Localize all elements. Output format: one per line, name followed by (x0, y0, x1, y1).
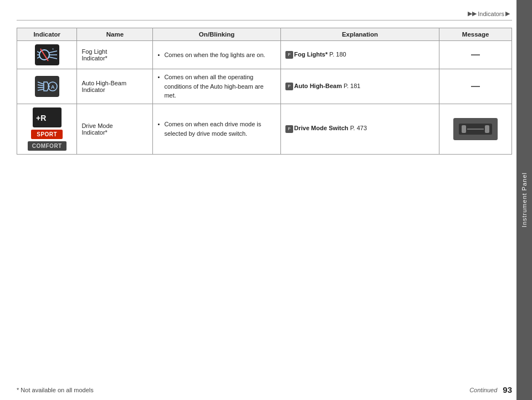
fog-light-icon-container: * (22, 44, 72, 65)
table-row: +R SPORT COMFORT Drive Mode (17, 104, 512, 154)
indicators-table: Indicator Name On/Blinking Explanation M… (17, 28, 512, 155)
switch-knob-left (462, 125, 466, 133)
fog-light-name-cell: Fog LightIndicator* (77, 41, 153, 69)
drive-mode-name-cell: Drive ModeIndicator* (77, 104, 153, 154)
col-header-onblinking: On/Blinking (153, 28, 280, 41)
drive-mode-explanation-cell: PDrive Mode Switch P. 473 (280, 104, 439, 154)
drive-mode-message-cell (439, 104, 512, 154)
col-header-name: Name (77, 28, 153, 41)
main-content: Indicator Name On/Blinking Explanation M… (17, 28, 512, 378)
drive-mode-comfort-button: COMFORT (28, 141, 66, 151)
drive-mode-expl-page: P. 473 (349, 125, 367, 131)
autohb-expl-text: Auto High-Beam (294, 83, 342, 89)
fog-light-explanation-cell: PFog Lights* P. 180 (280, 41, 439, 69)
autohb-icon-container: A (22, 76, 72, 97)
fog-light-expl-text: Fog Lights* (294, 51, 328, 58)
drive-mode-expl-text: Drive Mode Switch (294, 125, 349, 131)
autohb-name-cell: Auto High-BeamIndicator (77, 69, 153, 104)
page-number: 93 (503, 385, 512, 394)
breadcrumb-arrow2: ▶ (505, 10, 510, 17)
autohb-expl-page: P. 181 (342, 83, 360, 89)
svg-line-6 (49, 57, 57, 59)
drive-mode-switch-image (459, 124, 492, 135)
autohb-onblinking-list: Comes on when all the operating conditio… (157, 73, 275, 100)
fog-light-onblinking-item: Comes on when the fog lights are on. (157, 50, 275, 60)
plusr-svg: +R (35, 110, 59, 125)
autohb-svg: A (36, 78, 58, 95)
svg-text:*: * (52, 47, 54, 52)
footer: * Not available on all models Continued … (17, 385, 512, 394)
sidebar-label: Instrument Panel (521, 172, 528, 227)
svg-line-9 (38, 82, 44, 84)
fog-light-icon: * (35, 44, 59, 65)
col-header-message: Message (439, 28, 512, 41)
drive-mode-expl-icon: P (285, 125, 293, 133)
autohb-expl-icon: P (285, 83, 293, 90)
autohb-onblinking-item: Comes on when all the operating conditio… (157, 73, 275, 100)
switch-body (467, 129, 484, 130)
sidebar-panel: Instrument Panel (516, 0, 532, 400)
autohb-onblinking-cell: Comes on when all the operating conditio… (153, 69, 280, 104)
breadcrumb: ▶▶ Indicators ▶ (468, 10, 510, 17)
autohb-indicator-cell: A (17, 69, 77, 104)
drive-mode-sport-label: SPORT (37, 131, 57, 137)
fog-svg: * (37, 47, 57, 63)
svg-text:+R: +R (36, 114, 46, 122)
drive-mode-icons: +R SPORT COMFORT (22, 107, 72, 151)
fog-light-expl-page: P. 180 (328, 51, 346, 58)
svg-line-12 (38, 89, 44, 90)
drive-mode-onblinking-list: Comes on when each drive mode is selecte… (157, 120, 275, 138)
drive-mode-sport-button: SPORT (31, 130, 63, 139)
autohb-icon: A (35, 76, 59, 97)
fog-light-message: — (471, 50, 480, 59)
fog-light-message-cell: — (439, 41, 512, 69)
drive-mode-plusr-icon: +R (33, 107, 62, 127)
fog-light-indicator-cell: * (17, 41, 77, 69)
svg-text:A: A (51, 84, 55, 90)
fog-light-onblinking-list: Comes on when the fog lights are on. (157, 50, 275, 60)
drive-mode-message-image (453, 118, 498, 140)
col-header-indicator: Indicator (17, 28, 77, 41)
footer-right: Continued 93 (469, 385, 512, 394)
breadcrumb-arrows: ▶▶ (468, 10, 477, 17)
col-header-explanation: Explanation (280, 28, 439, 41)
svg-line-10 (38, 85, 44, 86)
autohb-name: Auto High-BeamIndicator (81, 80, 126, 93)
fog-light-onblinking-cell: Comes on when the fog lights are on. (153, 41, 280, 69)
drive-mode-name: Drive ModeIndicator* (81, 122, 112, 136)
fog-light-name: Fog LightIndicator* (81, 48, 107, 61)
asterisk-note: * Not available on all models (17, 387, 94, 393)
drive-mode-onblinking-cell: Comes on when each drive mode is selecte… (153, 104, 280, 154)
switch-knob-right (485, 125, 489, 133)
fog-light-expl-icon: P (285, 51, 293, 59)
autohb-explanation-cell: PAuto High-Beam P. 181 (280, 69, 439, 104)
drive-mode-comfort-label: COMFORT (32, 143, 62, 149)
autohb-message-cell: — (439, 69, 512, 104)
autohb-message: — (471, 81, 480, 91)
drive-mode-indicator-cell: +R SPORT COMFORT (17, 104, 77, 154)
breadcrumb-label: Indicators (478, 11, 504, 17)
continued-text: Continued (469, 387, 497, 393)
drive-mode-onblinking-item: Comes on when each drive mode is selecte… (157, 120, 275, 138)
table-row: * Fog LightIndicator* Comes on when the … (17, 41, 512, 69)
table-row: A Auto High-BeamIndicator Comes on when … (17, 69, 512, 104)
svg-line-1 (37, 52, 39, 53)
top-divider (17, 20, 512, 20)
svg-line-3 (37, 57, 39, 58)
